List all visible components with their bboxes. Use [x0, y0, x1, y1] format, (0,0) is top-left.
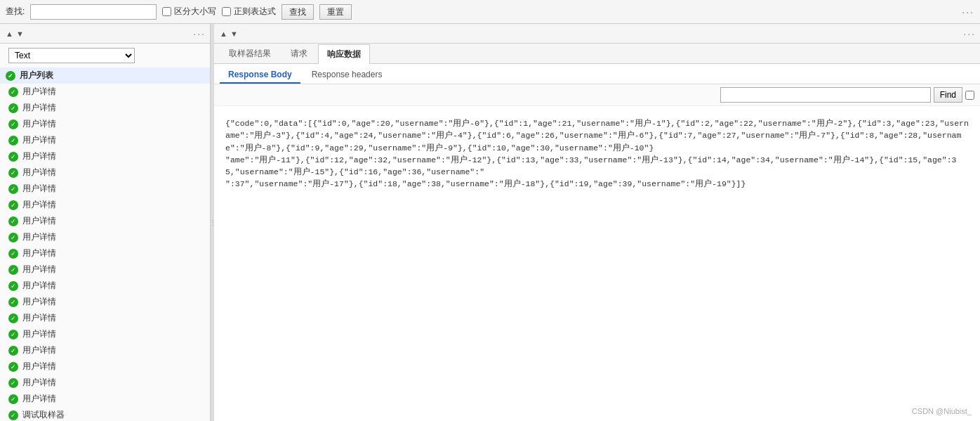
list-item[interactable]: ✓ 用户详情 [0, 326, 210, 342]
green-check-icon: ✓ [8, 313, 18, 323]
tree-item-label: 用户详情 [22, 377, 56, 389]
list-item[interactable]: ✓ 用户详情 [0, 116, 210, 132]
tree-item-label: 用户详情 [22, 183, 56, 195]
expand-icon[interactable]: ▲ [4, 28, 15, 39]
tab-response-data[interactable]: 响应数据 [318, 44, 370, 64]
list-item-debug[interactable]: ✓ 调试取样器 [0, 407, 210, 421]
dropdown-container: Text JSON XML [0, 44, 210, 67]
list-item[interactable]: ✓ 用户详情 [0, 278, 210, 294]
tree-item-label: 用户详情 [22, 264, 56, 276]
case-sensitive-checkbox[interactable] [162, 7, 171, 16]
tree-item-label: 用户详情 [22, 150, 56, 162]
right-panel: ▲ ▼ ··· 取样器结果 请求 响应数据 Response Body Resp… [214, 24, 980, 421]
tab-sampler-result[interactable]: 取样器结果 [220, 44, 280, 63]
tree-item-label: 用户详情 [22, 247, 56, 259]
list-item[interactable]: ✓ 用户详情 [0, 245, 210, 261]
green-check-icon: ✓ [8, 330, 18, 339]
green-check-icon: ✓ [8, 265, 18, 275]
green-check-icon: ✓ [8, 362, 18, 372]
right-toolbar-dots: ··· [963, 28, 976, 39]
green-check-icon: ✓ [8, 152, 18, 162]
list-item[interactable]: ✓ 用户详情 [0, 358, 210, 375]
green-check-icon: ✓ [6, 71, 15, 81]
green-check-icon: ✓ [8, 281, 18, 291]
tree-item-label: 调试取样器 [22, 409, 65, 421]
regex-checkbox[interactable] [222, 7, 231, 16]
tree-item-label: 用户详情 [22, 312, 56, 324]
green-check-icon: ✓ [8, 346, 18, 356]
sub-tabs-bar: Response Body Response headers [214, 64, 980, 84]
green-check-icon: ✓ [8, 378, 18, 388]
toolbar-dots: ··· [962, 6, 974, 18]
sub-tab-response-headers[interactable]: Response headers [303, 67, 391, 84]
text-format-select[interactable]: Text JSON XML [8, 48, 135, 63]
list-item[interactable]: ✓ 用户详情 [0, 132, 210, 148]
tree-item-label: 用户详情 [22, 361, 56, 373]
list-item[interactable]: ✓ 用户详情 [0, 229, 210, 245]
tree-item-root[interactable]: ✓ 用户列表 [0, 67, 210, 84]
green-check-icon: ✓ [8, 136, 18, 145]
tree-item-label: 用户详情 [22, 280, 56, 292]
tree-item-label: 用户详情 [22, 215, 56, 227]
regex-label: 正则表达式 [234, 6, 276, 18]
list-item[interactable]: ✓ 用户详情 [0, 84, 210, 100]
list-item[interactable]: ✓ 用户详情 [0, 375, 210, 391]
list-item[interactable]: ✓ 用户详情 [0, 391, 210, 407]
collapse-right-icon[interactable]: ▼ [229, 28, 239, 39]
green-check-icon: ✓ [8, 87, 18, 97]
green-check-icon: ✓ [8, 233, 18, 242]
tree-item-label: 用户详情 [22, 167, 56, 179]
tree-item-label: 用户详情 [22, 86, 56, 98]
list-item[interactable]: ✓ 用户详情 [0, 213, 210, 229]
response-find-button[interactable]: Find [934, 87, 962, 103]
green-check-icon: ✓ [8, 394, 18, 404]
list-item[interactable]: ✓ 用户详情 [0, 100, 210, 116]
green-check-icon: ✓ [8, 216, 18, 226]
list-item[interactable]: ✓ 用户详情 [0, 164, 210, 181]
response-body-text: {"code":0,"data":[{"id":0,"age":20,"user… [220, 112, 974, 196]
green-check-icon: ✓ [8, 119, 18, 129]
green-check-icon: ✓ [8, 249, 18, 259]
green-check-icon: ✓ [8, 297, 18, 307]
tree-item-label: 用户详情 [22, 328, 56, 340]
find-button[interactable]: 查找 [282, 4, 314, 20]
reset-button[interactable]: 重置 [319, 4, 352, 20]
tree-item-label: 用户详情 [22, 134, 56, 146]
case-sensitive-label: 区分大小写 [174, 6, 216, 18]
list-item[interactable]: ✓ 用户详情 [0, 261, 210, 278]
tab-request[interactable]: 请求 [282, 44, 317, 63]
list-item[interactable]: ✓ 用户详情 [0, 342, 210, 358]
case-sensitive-group: 区分大小写 [162, 6, 216, 18]
tree-item-label: 用户详情 [22, 102, 56, 114]
list-item[interactable]: ✓ 用户详情 [0, 148, 210, 164]
tree-item-label: 用户详情 [22, 344, 56, 356]
list-item[interactable]: ✓ 用户详情 [0, 181, 210, 197]
tree-item-label: 用户详情 [22, 296, 56, 308]
left-toolbar-dots: ··· [193, 28, 206, 39]
response-search-bar: Find [214, 84, 980, 106]
tree-item-label: 用户详情 [22, 231, 56, 243]
collapse-icon[interactable]: ▼ [15, 28, 25, 39]
green-check-icon: ✓ [8, 168, 18, 178]
tree-item-label: 用户详情 [22, 199, 56, 211]
top-search-bar: 查找: 区分大小写 正则表达式 查找 重置 ··· [0, 0, 980, 24]
response-search-input[interactable] [720, 87, 931, 103]
list-item[interactable]: ✓ 用户详情 [0, 294, 210, 310]
search-label: 查找: [6, 6, 25, 18]
left-panel-toolbar: ▲ ▼ ··· [0, 24, 210, 44]
search-input[interactable] [30, 4, 157, 20]
list-item[interactable]: ✓ 用户详情 [0, 197, 210, 213]
regex-group: 正则表达式 [222, 6, 276, 18]
left-panel: ▲ ▼ ··· Text JSON XML ✓ 用户列表 ✓ 用户详情 ✓ [0, 24, 211, 421]
tree-item-label: 用户详情 [22, 393, 56, 405]
response-content: {"code":0,"data":[{"id":0,"age":20,"user… [214, 106, 980, 421]
watermark: CSDN @Niubist_ [912, 407, 972, 415]
list-item[interactable]: ✓ 用户详情 [0, 310, 210, 326]
main-container: ▲ ▼ ··· Text JSON XML ✓ 用户列表 ✓ 用户详情 ✓ [0, 24, 980, 421]
green-check-icon: ✓ [8, 103, 18, 113]
response-search-checkbox[interactable] [965, 91, 974, 100]
right-panel-toolbar: ▲ ▼ ··· [214, 24, 980, 44]
tree-item-label: 用户列表 [20, 70, 53, 82]
sub-tab-response-body[interactable]: Response Body [220, 67, 300, 84]
expand-right-icon[interactable]: ▲ [218, 28, 229, 39]
